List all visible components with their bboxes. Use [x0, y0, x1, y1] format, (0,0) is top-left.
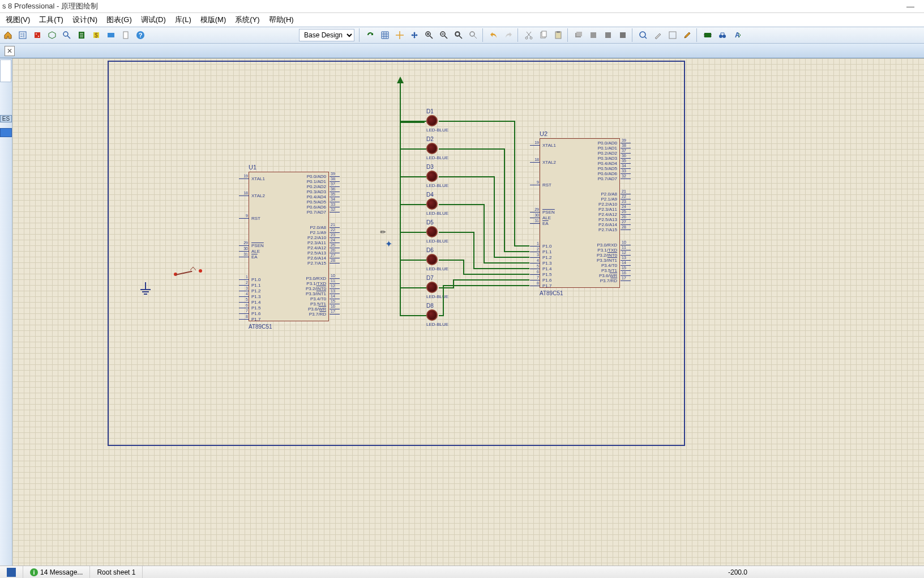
led-component[interactable] — [426, 143, 438, 154]
wire — [400, 287, 426, 288]
led-refdes[interactable]: D3 — [426, 164, 434, 170]
property-icon[interactable] — [651, 28, 665, 42]
status-messages[interactable]: i14 Message... — [23, 566, 90, 578]
status-play[interactable] — [0, 566, 23, 578]
led-refdes[interactable]: D6 — [426, 247, 434, 253]
svg-rect-22 — [557, 31, 560, 33]
block-delete-icon[interactable] — [616, 28, 630, 42]
design-selector[interactable]: Base Design — [299, 29, 354, 41]
menu-design[interactable]: 设计(N) — [68, 14, 102, 26]
pcb-icon[interactable] — [31, 28, 44, 42]
vhdl-icon[interactable] — [104, 28, 118, 42]
block-copy-icon[interactable] — [572, 28, 585, 42]
origin-icon[interactable] — [393, 28, 407, 42]
wire — [439, 148, 504, 150]
led-component[interactable] — [426, 282, 438, 293]
text-fix-icon[interactable]: A — [730, 28, 744, 42]
zoom-in-icon[interactable] — [422, 28, 436, 42]
pan-icon[interactable] — [408, 28, 421, 42]
led-refdes[interactable]: D1 — [426, 108, 434, 114]
help-icon[interactable]: ? — [134, 28, 147, 42]
schematic-canvas[interactable]: U1 19XTAL118XTAL29RST29PSEN30ALE31EA1P1.… — [12, 58, 924, 566]
wire — [443, 285, 444, 316]
schematic-icon[interactable] — [16, 28, 29, 42]
u1-refdes[interactable]: U1 — [249, 164, 256, 171]
led-value: LED-BLUE — [426, 128, 448, 133]
svg-rect-30 — [704, 33, 711, 37]
sidebar-devices-header: ES — [0, 115, 12, 122]
u2-chip[interactable]: 19XTAL118XTAL29RST29PSEN30ALE31EA1P1.02P… — [540, 138, 620, 288]
led-component[interactable] — [426, 171, 438, 182]
wire — [400, 315, 426, 316]
led-value: LED-BLUE — [426, 183, 448, 188]
status-sheet[interactable]: Root sheet 1 — [90, 566, 143, 578]
binoculars-icon[interactable] — [716, 28, 729, 42]
menu-system[interactable]: 系统(Y) — [230, 14, 264, 26]
minimize-button[interactable]: — — [899, 1, 922, 12]
design-explorer-icon[interactable] — [666, 28, 679, 42]
3d-icon[interactable] — [45, 28, 59, 42]
block-rotate-icon[interactable] — [601, 28, 615, 42]
u2-refdes[interactable]: U2 — [540, 130, 547, 137]
undo-icon[interactable] — [487, 28, 500, 42]
menu-tool[interactable]: 工具(T) — [35, 14, 68, 26]
cut-icon[interactable] — [522, 28, 536, 42]
sidebar-selected-item[interactable] — [0, 128, 12, 137]
ground-symbol[interactable] — [140, 282, 151, 295]
zoom-out-icon[interactable] — [437, 28, 451, 42]
wire — [473, 268, 529, 269]
tab-close-button[interactable]: ✕ — [5, 46, 15, 56]
redo-icon[interactable] — [502, 28, 515, 42]
led-refdes[interactable]: D4 — [426, 192, 434, 198]
wire — [439, 287, 453, 288]
home-icon[interactable] — [1, 28, 15, 42]
svg-rect-0 — [19, 32, 26, 39]
paste-icon[interactable] — [551, 28, 565, 42]
u1-chip[interactable]: 19XTAL118XTAL29RST29PSEN30ALE31EA1P1.02P… — [249, 172, 329, 321]
menu-view[interactable]: 视图(V) — [1, 14, 35, 26]
svg-rect-34 — [711, 36, 712, 36]
switch-symbol[interactable] — [174, 269, 202, 278]
zoom-fit-icon[interactable] — [452, 28, 465, 42]
bom-icon[interactable] — [75, 28, 88, 42]
svg-point-4 — [63, 32, 68, 36]
svg-rect-33 — [711, 34, 712, 35]
power-vcc[interactable] — [397, 76, 404, 83]
wire — [473, 232, 474, 269]
wire — [484, 204, 485, 264]
zoom-area-icon[interactable] — [467, 28, 480, 42]
wire — [463, 260, 464, 275]
search-icon[interactable] — [60, 28, 74, 42]
copy-icon[interactable] — [537, 28, 550, 42]
led-component[interactable] — [426, 115, 438, 126]
led-refdes[interactable]: D7 — [426, 275, 434, 281]
sidebar: ES — [0, 58, 12, 566]
menu-library[interactable]: 库(L) — [170, 14, 196, 26]
led-refdes[interactable]: D8 — [426, 303, 434, 309]
package-icon[interactable] — [701, 28, 715, 42]
wire — [400, 176, 426, 177]
menu-help[interactable]: 帮助(H) — [264, 14, 298, 26]
wire — [453, 279, 529, 280]
led-refdes[interactable]: D5 — [426, 219, 434, 226]
led-refdes[interactable]: D2 — [426, 136, 434, 142]
grid-icon[interactable] — [378, 28, 392, 42]
led-component[interactable] — [426, 198, 438, 210]
led-component[interactable] — [426, 309, 438, 321]
sidebar-preview[interactable] — [0, 60, 11, 82]
menu-template[interactable]: 模版(M) — [196, 14, 231, 26]
refresh-icon[interactable] — [363, 28, 377, 42]
svg-rect-8 — [108, 33, 114, 37]
menu-chart[interactable]: 图表(G) — [102, 14, 136, 26]
pencil-icon[interactable] — [681, 28, 694, 42]
document-icon[interactable] — [119, 28, 132, 42]
block-move-icon[interactable] — [587, 28, 600, 42]
find-icon[interactable] — [636, 28, 650, 42]
led-component[interactable] — [426, 226, 438, 237]
currency-icon[interactable]: $ — [89, 28, 103, 42]
led-value: LED-BLUE — [426, 322, 448, 327]
wire — [400, 232, 426, 233]
svg-text:A: A — [735, 31, 740, 39]
led-component[interactable] — [426, 254, 438, 265]
menu-debug[interactable]: 调试(D) — [136, 14, 170, 26]
